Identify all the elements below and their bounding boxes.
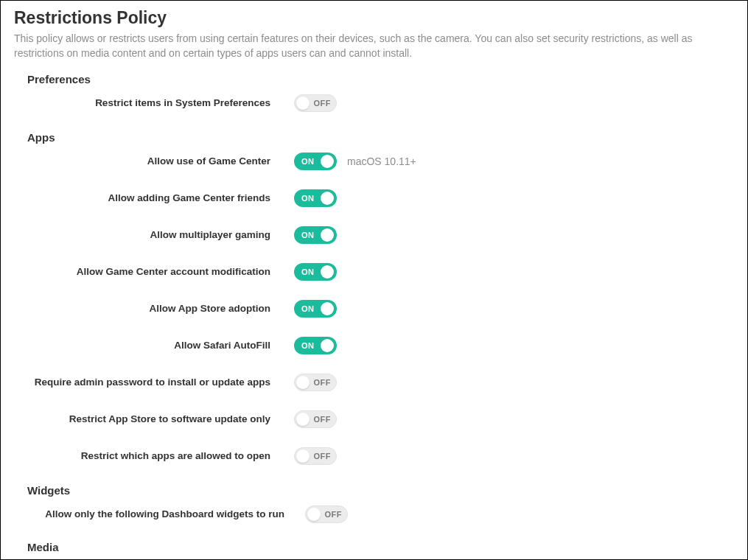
toggle-restrict-app-store-updates[interactable]: OFF: [294, 410, 337, 428]
label-allow-safari-autofill: Allow Safari AutoFill: [14, 340, 294, 351]
page-title: Restrictions Policy: [14, 8, 734, 28]
row-restrict-app-store-updates: Restrict App Store to software update on…: [14, 410, 734, 428]
label-restrict-system-prefs: Restrict items in System Preferences: [14, 97, 294, 108]
toggle-allow-safari-autofill[interactable]: ON: [294, 337, 337, 354]
note-allow-game-center: macOS 10.11+: [347, 155, 416, 167]
toggle-restrict-apps-open[interactable]: OFF: [294, 447, 337, 465]
row-allow-game-center: Allow use of Game Center ON macOS 10.11+: [14, 153, 734, 170]
label-allow-app-store-adoption: Allow App Store adoption: [14, 303, 294, 314]
toggle-allow-gc-friends[interactable]: ON: [294, 189, 337, 207]
row-allow-gc-account-mod: Allow Game Center account modification O…: [14, 263, 734, 281]
row-allow-app-store-adoption: Allow App Store adoption ON: [14, 300, 734, 318]
section-heading-widgets: Widgets: [27, 484, 734, 497]
label-allow-multiplayer: Allow multiplayer gaming: [14, 229, 294, 240]
toggle-allow-gc-account-mod[interactable]: ON: [294, 263, 337, 281]
label-allow-gc-friends: Allow adding Game Center friends: [14, 192, 294, 203]
label-restrict-apps-open: Restrict which apps are allowed to open: [14, 450, 294, 461]
row-allow-dashboard-widgets: Allow only the following Dashboard widge…: [14, 505, 734, 523]
toggle-allow-dashboard-widgets[interactable]: OFF: [305, 505, 348, 523]
label-require-admin-pw: Require admin password to install or upd…: [14, 377, 294, 388]
row-restrict-system-prefs: Restrict items in System Preferences OFF: [14, 94, 734, 112]
toggle-restrict-system-prefs[interactable]: OFF: [294, 94, 337, 112]
section-heading-apps: Apps: [27, 131, 734, 144]
row-allow-safari-autofill: Allow Safari AutoFill ON: [14, 337, 734, 354]
label-allow-game-center: Allow use of Game Center: [14, 155, 294, 167]
toggle-allow-app-store-adoption[interactable]: ON: [294, 300, 337, 318]
section-heading-media: Media: [27, 541, 734, 553]
label-allow-gc-account-mod: Allow Game Center account modification: [14, 266, 294, 277]
toggle-require-admin-pw[interactable]: OFF: [294, 374, 337, 391]
row-allow-multiplayer: Allow multiplayer gaming ON: [14, 226, 734, 244]
toggle-allow-multiplayer[interactable]: ON: [294, 226, 337, 244]
row-restrict-apps-open: Restrict which apps are allowed to open …: [14, 447, 734, 465]
row-require-admin-pw: Require admin password to install or upd…: [14, 374, 734, 391]
label-allow-dashboard-widgets: Allow only the following Dashboard widge…: [14, 508, 305, 519]
toggle-allow-game-center[interactable]: ON: [294, 153, 337, 170]
section-heading-preferences: Preferences: [27, 73, 734, 85]
label-restrict-app-store-updates: Restrict App Store to software update on…: [14, 413, 294, 424]
restrictions-policy-panel: Restrictions Policy This policy allows o…: [0, 0, 748, 560]
row-allow-gc-friends: Allow adding Game Center friends ON: [14, 189, 734, 207]
page-description: This policy allows or restricts users fr…: [14, 31, 734, 61]
